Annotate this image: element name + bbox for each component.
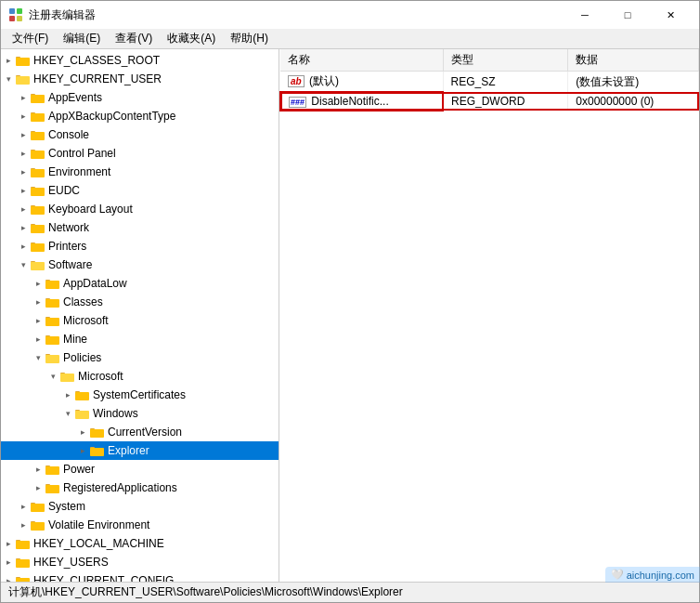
tree-toggle-current_user[interactable]: ▾ bbox=[1, 72, 16, 86]
tree-toggle-environment[interactable]: ▸ bbox=[16, 164, 31, 179]
tree-node-printers[interactable]: ▸Printers bbox=[1, 237, 279, 256]
tree-toggle-mine[interactable]: ▸ bbox=[31, 332, 45, 347]
tree-toggle-currentversion[interactable]: ▸ bbox=[75, 425, 90, 439]
status-bar: 计算机\HKEY_CURRENT_USER\Software\Policies\… bbox=[1, 582, 699, 602]
svg-rect-57 bbox=[16, 541, 30, 549]
tree-node-volatile_env[interactable]: ▸Volatile Environment bbox=[1, 516, 279, 534]
tree-node-appevents[interactable]: ▸AppEvents bbox=[1, 88, 279, 107]
tree-toggle-eudc[interactable]: ▸ bbox=[16, 183, 31, 198]
menu-file[interactable]: 文件(F) bbox=[5, 29, 56, 48]
tree-toggle-local_machine[interactable]: ▸ bbox=[1, 536, 16, 551]
tree-toggle-systemcerts[interactable]: ▸ bbox=[60, 387, 75, 402]
detail-row-1[interactable]: ### DisableNotific...REG_DWORD0x00000000… bbox=[280, 92, 699, 111]
svg-rect-41 bbox=[75, 392, 89, 400]
tree-toggle-current_config[interactable]: ▸ bbox=[1, 573, 16, 582]
tree-node-windows[interactable]: ▾Windows bbox=[1, 404, 279, 423]
tree-toggle-system[interactable]: ▸ bbox=[16, 499, 31, 514]
tree-label-current_user: HKEY_CURRENT_USER bbox=[33, 72, 162, 85]
folder-icon-systemcerts bbox=[75, 387, 90, 402]
watermark-text: aichunjing.com bbox=[627, 570, 694, 581]
cell-name-0: ab (默认) bbox=[280, 72, 443, 93]
svg-rect-37 bbox=[45, 355, 59, 363]
svg-rect-11 bbox=[31, 113, 45, 122]
tree-toggle-appevents[interactable]: ▸ bbox=[16, 90, 31, 105]
tree-node-control_panel[interactable]: ▸Control Panel bbox=[1, 144, 279, 163]
tree-panel[interactable]: ▸HKEY_CLASSES_ROOT▾HKEY_CURRENT_USER▸App… bbox=[1, 49, 279, 582]
tree-toggle-volatile_env[interactable]: ▸ bbox=[16, 518, 31, 532]
tree-toggle-control_panel[interactable]: ▸ bbox=[16, 146, 31, 161]
tree-node-systemcerts[interactable]: ▸SystemCertificates bbox=[1, 386, 279, 404]
tree-label-classes_root: HKEY_CLASSES_ROOT bbox=[33, 54, 160, 67]
folder-icon-system bbox=[31, 499, 45, 514]
app-icon bbox=[8, 7, 23, 22]
tree-node-appxbackup[interactable]: ▸AppXBackupContentType bbox=[1, 107, 279, 125]
tree-node-microsoft_pol[interactable]: ▾Microsoft bbox=[1, 367, 279, 386]
tree-toggle-console[interactable]: ▸ bbox=[16, 127, 31, 142]
registry-values-table: 名称 类型 数据 ab (默认)REG_SZ(数值未设置)### Disable… bbox=[279, 49, 699, 111]
menu-help[interactable]: 帮助(H) bbox=[223, 29, 276, 48]
svg-rect-19 bbox=[31, 188, 45, 196]
tree-toggle-registered_apps[interactable]: ▸ bbox=[31, 480, 45, 495]
tree-node-software[interactable]: ▾Software bbox=[1, 256, 279, 274]
menu-view[interactable]: 查看(V) bbox=[108, 29, 160, 48]
tree-toggle-keyboard_layout[interactable]: ▸ bbox=[16, 202, 31, 216]
tree-node-users[interactable]: ▸HKEY_USERS bbox=[1, 553, 279, 571]
close-button[interactable]: ✕ bbox=[649, 1, 692, 29]
tree-toggle-classes[interactable]: ▸ bbox=[31, 295, 45, 309]
folder-icon-users bbox=[16, 555, 31, 570]
svg-rect-55 bbox=[31, 522, 45, 531]
tree-node-mine[interactable]: ▸Mine bbox=[1, 330, 279, 348]
tree-node-eudc[interactable]: ▸EUDC bbox=[1, 181, 279, 200]
svg-rect-3 bbox=[17, 16, 22, 21]
folder-icon-appdatalow bbox=[45, 276, 60, 291]
tree-label-microsoft_sw: Microsoft bbox=[63, 314, 109, 327]
svg-rect-33 bbox=[45, 318, 59, 326]
tree-node-power[interactable]: ▸Power bbox=[1, 460, 279, 478]
tree-node-microsoft_sw[interactable]: ▸Microsoft bbox=[1, 311, 279, 330]
tree-toggle-appdatalow[interactable]: ▸ bbox=[31, 276, 45, 291]
svg-rect-25 bbox=[31, 243, 45, 252]
menu-favorites[interactable]: 收藏夹(A) bbox=[160, 29, 223, 48]
tree-toggle-users[interactable]: ▸ bbox=[1, 555, 16, 570]
tree-node-classes_root[interactable]: ▸HKEY_CLASSES_ROOT bbox=[1, 51, 279, 70]
tree-toggle-microsoft_sw[interactable]: ▸ bbox=[31, 313, 45, 328]
tree-node-system[interactable]: ▸System bbox=[1, 497, 279, 516]
tree-node-keyboard_layout[interactable]: ▸Keyboard Layout bbox=[1, 200, 279, 218]
tree-node-current_config[interactable]: ▸HKEY_CURRENT_CONFIG bbox=[1, 571, 279, 582]
col-data: 数据 bbox=[568, 49, 699, 72]
tree-node-network[interactable]: ▸Network bbox=[1, 218, 279, 237]
folder-icon-current_config bbox=[16, 573, 31, 582]
tree-toggle-appxbackup[interactable]: ▸ bbox=[16, 109, 31, 124]
tree-toggle-microsoft_pol[interactable]: ▾ bbox=[45, 369, 60, 384]
tree-node-local_machine[interactable]: ▸HKEY_LOCAL_MACHINE bbox=[1, 534, 279, 553]
svg-rect-35 bbox=[45, 336, 59, 345]
cell-name-1: ### DisableNotific... bbox=[280, 92, 443, 111]
tree-toggle-network[interactable]: ▸ bbox=[16, 220, 31, 235]
cell-type-0: REG_SZ bbox=[443, 72, 568, 93]
tree-toggle-policies[interactable]: ▾ bbox=[31, 350, 45, 365]
tree-node-classes[interactable]: ▸Classes bbox=[1, 293, 279, 311]
tree-toggle-classes_root[interactable]: ▸ bbox=[1, 53, 16, 68]
tree-toggle-explorer[interactable]: ▸ bbox=[75, 443, 90, 458]
svg-rect-27 bbox=[31, 262, 45, 270]
window-title: 注册表编辑器 bbox=[29, 7, 564, 23]
tree-label-environment: Environment bbox=[48, 165, 110, 178]
tree-node-currentversion[interactable]: ▸CurrentVersion bbox=[1, 423, 279, 441]
tree-toggle-power[interactable]: ▸ bbox=[31, 462, 45, 477]
tree-node-current_user[interactable]: ▾HKEY_CURRENT_USER bbox=[1, 70, 279, 88]
tree-toggle-windows[interactable]: ▾ bbox=[60, 406, 75, 421]
minimize-button[interactable]: ─ bbox=[564, 1, 606, 29]
tree-label-currentversion: CurrentVersion bbox=[108, 426, 182, 439]
tree-node-console[interactable]: ▸Console bbox=[1, 125, 279, 144]
tree-node-registered_apps[interactable]: ▸RegisteredApplications bbox=[1, 478, 279, 497]
tree-node-explorer[interactable]: ▸Explorer bbox=[1, 441, 279, 460]
menu-edit[interactable]: 编辑(E) bbox=[56, 29, 108, 48]
tree-toggle-software[interactable]: ▾ bbox=[16, 257, 31, 272]
tree-node-environment[interactable]: ▸Environment bbox=[1, 163, 279, 181]
detail-row-0[interactable]: ab (默认)REG_SZ(数值未设置) bbox=[280, 72, 699, 93]
folder-icon-appxbackup bbox=[31, 109, 45, 124]
maximize-button[interactable]: □ bbox=[606, 1, 649, 29]
tree-node-appdatalow[interactable]: ▸AppDataLow bbox=[1, 274, 279, 293]
tree-toggle-printers[interactable]: ▸ bbox=[16, 239, 31, 254]
tree-node-policies[interactable]: ▾Policies bbox=[1, 348, 279, 367]
